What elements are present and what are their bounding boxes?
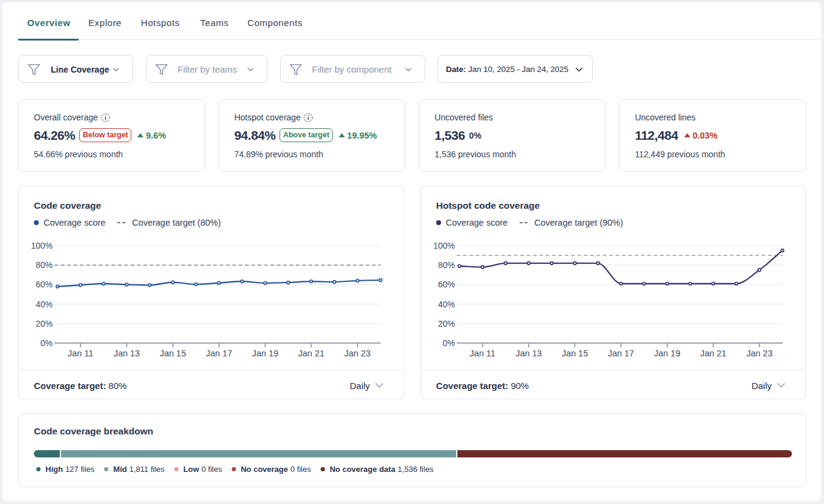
svg-text:80%: 80% [36,260,53,270]
svg-text:Jan 11: Jan 11 [68,349,93,358]
svg-text:Jan 17: Jan 17 [206,349,232,358]
svg-text:80%: 80% [438,260,455,270]
svg-text:20%: 20% [438,319,455,329]
svg-text:Jan 15: Jan 15 [561,349,588,358]
svg-text:100%: 100% [433,241,455,250]
svg-text:60%: 60% [36,280,53,289]
svg-text:40%: 40% [36,299,53,309]
svg-text:Jan 17: Jan 17 [607,349,634,358]
svg-text:Jan 21: Jan 21 [700,349,727,358]
svg-text:Jan 15: Jan 15 [160,349,186,358]
svg-text:0%: 0% [443,338,455,348]
svg-text:Jan 13: Jan 13 [515,349,542,358]
svg-text:Jan 19: Jan 19 [654,349,681,358]
svg-text:100%: 100% [31,241,53,250]
svg-text:0%: 0% [41,338,53,348]
svg-text:Jan 11: Jan 11 [469,349,495,358]
svg-text:Jan 21: Jan 21 [298,349,325,358]
svg-text:Jan 13: Jan 13 [114,349,140,358]
svg-text:20%: 20% [36,319,53,329]
svg-text:60%: 60% [438,280,455,289]
svg-text:Jan 23: Jan 23 [344,349,371,358]
svg-text:Jan 23: Jan 23 [746,349,773,358]
svg-text:Jan 19: Jan 19 [252,349,279,358]
svg-text:40%: 40% [438,299,455,309]
